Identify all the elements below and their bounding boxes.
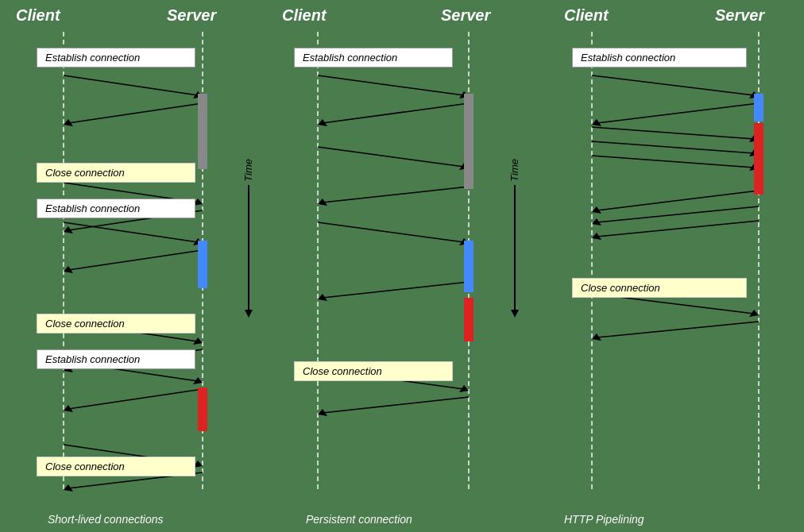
svg-marker-15 <box>193 337 203 345</box>
svg-marker-5 <box>64 119 73 126</box>
svg-line-34 <box>323 187 469 202</box>
diagram-container: Client Server Establish connection Close… <box>0 0 804 532</box>
svg-line-50 <box>592 127 754 139</box>
d1-close1-label: Close connection <box>37 163 195 183</box>
d2-close-label: Close connection <box>294 361 453 381</box>
svg-marker-49 <box>592 119 601 126</box>
d1-caption: Short-lived connections <box>48 513 164 526</box>
svg-line-12 <box>68 250 203 270</box>
svg-marker-31 <box>318 119 327 126</box>
d3-server-header: Server <box>715 6 764 25</box>
svg-line-20 <box>68 389 203 409</box>
d1-establish2-label: Establish connection <box>37 199 195 218</box>
svg-line-58 <box>597 206 759 222</box>
svg-line-48 <box>597 103 759 123</box>
d3-establish-label: Establish connection <box>572 48 747 67</box>
svg-line-32 <box>318 147 464 167</box>
d2-caption: Persistent connection <box>306 513 412 526</box>
svg-marker-35 <box>318 199 327 206</box>
d3-server-block-red <box>754 123 763 195</box>
d2-server-block2 <box>464 241 474 292</box>
d2-establish-label: Establish connection <box>294 48 453 67</box>
d1-close3-label: Close connection <box>37 457 195 476</box>
svg-marker-21 <box>64 405 73 412</box>
svg-marker-25 <box>64 484 73 492</box>
svg-line-64 <box>597 322 759 337</box>
svg-line-4 <box>68 103 203 123</box>
svg-line-42 <box>323 397 469 413</box>
svg-marker-61 <box>592 233 601 240</box>
d3-close-label: Close connection <box>572 278 747 298</box>
d1-client-header: Client <box>16 6 60 25</box>
svg-marker-43 <box>318 409 327 416</box>
svg-marker-9 <box>64 226 73 233</box>
svg-line-52 <box>592 141 754 153</box>
svg-line-36 <box>318 222 464 242</box>
svg-marker-13 <box>64 266 73 273</box>
d2-server-block3 <box>464 298 474 341</box>
d1-close2-label: Close connection <box>37 314 195 333</box>
svg-marker-63 <box>749 310 759 317</box>
d3-client-header: Client <box>564 6 609 25</box>
svg-marker-65 <box>592 333 601 341</box>
svg-line-54 <box>592 156 754 168</box>
d2-time-arrow: Time <box>508 159 520 318</box>
arrows-svg <box>0 0 804 532</box>
d1-server-block3 <box>198 387 207 431</box>
d3-server-block-blue <box>754 94 763 121</box>
svg-marker-59 <box>592 218 601 226</box>
d1-establish1-label: Establish connection <box>37 48 195 67</box>
svg-line-46 <box>592 75 754 95</box>
svg-marker-41 <box>459 385 469 392</box>
d2-server-block1 <box>464 94 474 189</box>
svg-line-56 <box>597 191 759 210</box>
d1-time-arrow: Time <box>242 159 254 318</box>
svg-marker-57 <box>592 206 601 214</box>
svg-marker-39 <box>318 294 327 301</box>
svg-line-2 <box>64 75 198 95</box>
svg-line-38 <box>323 282 469 298</box>
d1-establish3-label: Establish connection <box>37 349 195 369</box>
d1-server-block2 <box>198 241 207 288</box>
svg-line-28 <box>318 75 464 95</box>
svg-line-30 <box>323 103 469 123</box>
svg-line-10 <box>64 222 198 242</box>
svg-line-60 <box>597 221 759 237</box>
d2-server-header: Server <box>441 6 490 25</box>
d3-caption: HTTP Pipelining <box>564 513 644 526</box>
svg-marker-19 <box>193 377 203 384</box>
d2-client-header: Client <box>282 6 327 25</box>
d1-server-header: Server <box>167 6 216 25</box>
d1-server-block1 <box>198 94 207 169</box>
